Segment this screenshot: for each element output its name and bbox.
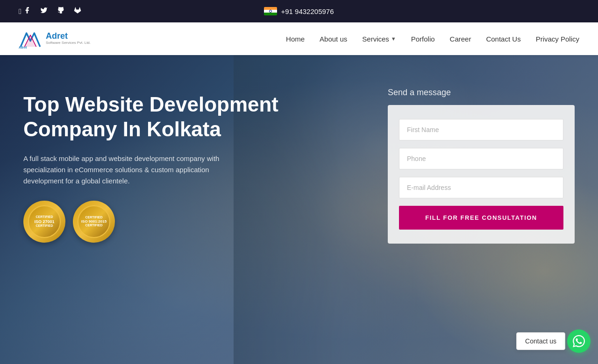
- nav-links: Home About us Services ▼ Porfolio Career…: [286, 35, 579, 43]
- contact-us-label[interactable]: Contact us: [516, 332, 565, 350]
- gitlab-icon[interactable]: [74, 7, 81, 16]
- logo[interactable]: Adret Adret Software Services Pvt. Ltd.: [19, 28, 91, 49]
- nav-home[interactable]: Home: [286, 35, 305, 43]
- facebook-icon[interactable]: : [19, 7, 31, 16]
- svg-text:Adret: Adret: [19, 46, 27, 49]
- nav-about[interactable]: About us: [320, 35, 347, 43]
- top-bar:  +91 9432205976: [0, 0, 598, 22]
- navbar: Adret Adret Software Services Pvt. Ltd. …: [0, 22, 598, 55]
- nav-contact[interactable]: Contact Us: [486, 35, 520, 43]
- phone-input[interactable]: [399, 148, 563, 169]
- first-name-input[interactable]: [399, 119, 563, 140]
- hero-content: Top Website Development Company In Kolka…: [0, 55, 598, 364]
- hero-title: Top Website Development Company In Kolka…: [23, 92, 294, 142]
- phone-bar: +91 9432205976: [264, 7, 334, 15]
- certification-badges: CERTIFIED ISO 27001 CERTIFIED CERTIFIED …: [23, 201, 294, 243]
- hero-section: Top Website Development Company In Kolka…: [0, 55, 598, 364]
- logo-name: Adret: [46, 32, 91, 40]
- nav-privacy[interactable]: Privacy Policy: [536, 35, 579, 43]
- phone-number[interactable]: +91 9432205976: [281, 7, 334, 15]
- iso-27001-badge: CERTIFIED ISO 27001 CERTIFIED: [23, 201, 65, 243]
- contact-form: FILL FOR FREE CONSULTATION: [388, 105, 575, 244]
- submit-button[interactable]: FILL FOR FREE CONSULTATION: [399, 206, 563, 230]
- whatsapp-widget: Contact us: [516, 329, 591, 353]
- github-icon[interactable]: [57, 7, 64, 16]
- nav-portfolio[interactable]: Porfolio: [411, 35, 435, 43]
- hero-description: A full stack mobile app and website deve…: [23, 153, 238, 187]
- whatsapp-button[interactable]: [567, 329, 591, 353]
- india-flag: [264, 7, 277, 15]
- hero-left: Top Website Development Company In Kolka…: [23, 83, 294, 243]
- social-links: : [19, 7, 81, 16]
- nav-career[interactable]: Career: [450, 35, 471, 43]
- contact-form-wrapper: Send a message FILL FOR FREE CONSULTATIO…: [388, 88, 575, 244]
- logo-sub: Software Services Pvt. Ltd.: [46, 40, 91, 45]
- nav-services[interactable]: Services ▼: [362, 35, 396, 43]
- email-input[interactable]: [399, 177, 563, 198]
- twitter-icon[interactable]: [40, 7, 48, 16]
- form-heading: Send a message: [388, 88, 575, 98]
- iso-9001-badge: CERTIFIED ISO 9001:2015 CERTIFIED: [73, 201, 115, 243]
- services-chevron: ▼: [391, 36, 396, 42]
